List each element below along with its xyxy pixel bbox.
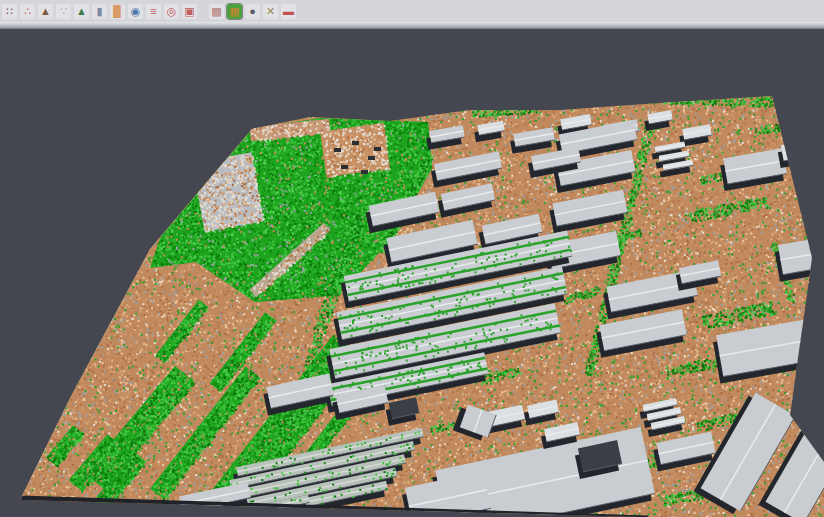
- dem-brown-icon[interactable]: ▲: [38, 4, 53, 19]
- clear-crop-icon[interactable]: ✕: [263, 4, 278, 19]
- point-cloud-icon[interactable]: ∷: [2, 4, 17, 19]
- select-area-icon[interactable]: ▣: [182, 4, 197, 19]
- classification-map-icon[interactable]: ▦: [227, 4, 242, 19]
- profile-icon[interactable]: ▮: [92, 4, 107, 19]
- application-window: ∷∴▲∵▲▮▉◉≡◎▣▩▦●✕▬: [0, 0, 824, 517]
- main-toolbar: ∷∴▲∵▲▮▉◉≡◎▣▩▦●✕▬: [0, 0, 824, 22]
- dem-green-icon[interactable]: ▲: [74, 4, 89, 19]
- crop-icon[interactable]: ▩: [209, 4, 224, 19]
- sparse-points-icon[interactable]: ∵: [56, 4, 71, 19]
- viewport-3d[interactable]: [0, 0, 824, 517]
- layers-icon[interactable]: ≡: [146, 4, 161, 19]
- ortho-icon[interactable]: ▉: [110, 4, 125, 19]
- sphere-icon[interactable]: ●: [245, 4, 260, 19]
- globe-icon[interactable]: ◉: [128, 4, 143, 19]
- toolbar-bevel: [0, 22, 824, 29]
- target-icon[interactable]: ◎: [164, 4, 179, 19]
- ruler-icon[interactable]: ▬: [281, 4, 296, 19]
- align-pairs-icon[interactable]: ∴: [20, 4, 35, 19]
